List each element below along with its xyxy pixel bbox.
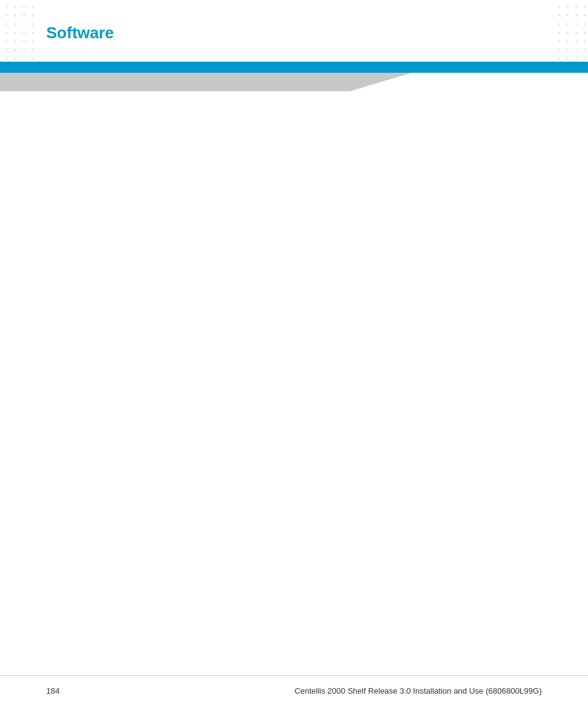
page-title: Software	[46, 23, 114, 43]
document-title: Centellis 2000 Shelf Release 3.0 Install…	[295, 686, 542, 696]
page-number: 184	[46, 686, 60, 696]
footer: 184 Centellis 2000 Shelf Release 3.0 Ins…	[0, 675, 588, 706]
blue-banner	[0, 62, 588, 73]
gray-diagonal-wrapper	[0, 73, 588, 91]
header-section: Software	[0, 0, 588, 62]
main-content	[0, 91, 588, 675]
gray-diagonal	[0, 73, 412, 91]
